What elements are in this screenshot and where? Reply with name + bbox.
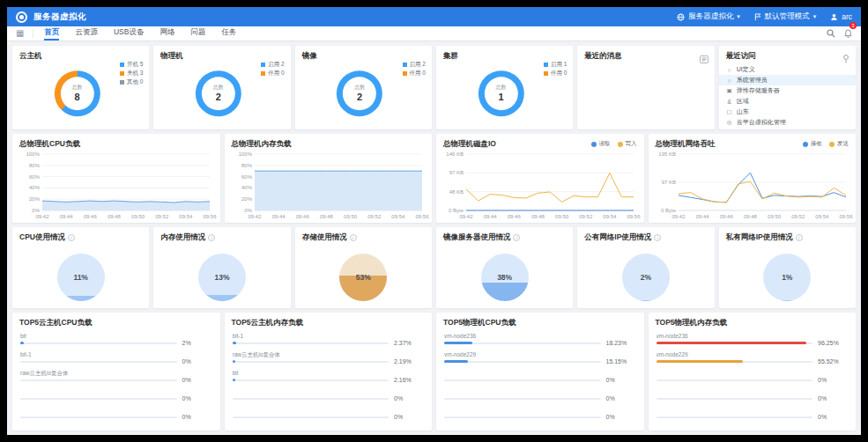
notifications[interactable]: 3: [844, 26, 852, 41]
total-value: 1: [498, 92, 503, 102]
gauge-title: 镜像服务器使用情况: [443, 232, 511, 243]
info-icon[interactable]: i: [654, 234, 661, 241]
chevron-down-icon: ▾: [813, 13, 817, 20]
app-title: 服务器虚拟化: [33, 11, 86, 23]
top5-item-bar: 55.52%: [657, 358, 849, 365]
series-legend-label: 接收: [811, 140, 822, 148]
chart-memory-load: 总物理机内存负载 0%20%40%60%80%100%09:4209:4409:…: [225, 134, 433, 223]
total-value: 2: [357, 92, 362, 102]
env-switcher[interactable]: 服务器虚拟化 ▾: [677, 11, 740, 22]
top5-item-bar: 0%: [657, 414, 849, 420]
recent-item[interactable]: ▣弹性存储服务器: [719, 85, 856, 96]
top5-item-name: vm-node236: [657, 332, 849, 340]
legend-label: 其他 0: [127, 78, 143, 86]
series-legend-label: 发送: [837, 140, 849, 148]
panel-title: 最近访问: [719, 46, 856, 62]
liquid-gauge: 11%: [57, 254, 105, 301]
top5-item-value: 0%: [394, 414, 424, 420]
header-brand: 服务器虚拟化: [16, 11, 86, 23]
total-value: 2: [216, 92, 221, 102]
svg-text:09:42: 09:42: [459, 214, 473, 219]
series-legend-item[interactable]: 读取: [591, 140, 611, 148]
gauge-percent: 13%: [214, 273, 229, 282]
card-title: 云主机: [12, 46, 149, 62]
top5-item-name: bit-1: [233, 332, 425, 340]
recent-item[interactable]: &区域: [719, 96, 856, 107]
info-icon[interactable]: i: [350, 234, 357, 241]
nav-tab-2[interactable]: 云资源: [75, 26, 98, 41]
svg-text:09:46: 09:46: [295, 214, 309, 219]
main-nav: ▦ 首页云资源USB设备网络问题任务 3: [7, 26, 861, 41]
chart-legend: 接收发送: [803, 140, 849, 148]
donut-legend: 开机 5关机 3其他 0: [120, 61, 143, 86]
top5-rows: vm-node23618.23%vm-node22915.15%0%0%0%: [436, 328, 644, 424]
info-icon[interactable]: i: [68, 234, 75, 241]
info-icon[interactable]: i: [513, 234, 520, 241]
dashboard: 云主机 开机 5关机 3其他 0 总数 8 物理机 启用 2停用 0 总数: [7, 41, 861, 435]
top5-item-name: bit: [20, 332, 212, 340]
nav-tab-1[interactable]: 首页: [44, 26, 59, 41]
app-window: 服务器虚拟化 服务器虚拟化 ▾ 默认管理模式 ▾ arc: [7, 7, 861, 435]
pin-icon[interactable]: [842, 51, 849, 67]
top5-item-bar: 0%: [657, 377, 849, 383]
svg-text:09:54: 09:54: [603, 214, 617, 219]
chart-legend: 读取写入: [591, 140, 637, 148]
top5-item-name: [20, 406, 212, 414]
top5-item: bit-10%: [20, 350, 212, 368]
svg-text:09:46: 09:46: [508, 214, 522, 219]
top5-item-bar: 0%: [444, 395, 636, 401]
legend-dot: [591, 142, 597, 147]
info-icon[interactable]: i: [208, 234, 215, 241]
card-images: 镜像 启用 2停用 0 总数 2: [295, 46, 432, 129]
series-legend-item[interactable]: 写入: [618, 140, 637, 148]
top5-title: TOP5物理机内存负载: [649, 313, 857, 328]
donut-center: 总数 1: [484, 77, 517, 110]
svg-text:09:46: 09:46: [84, 214, 98, 219]
total-label: 总数: [213, 84, 224, 92]
top5-item: 0%: [233, 405, 425, 424]
card-physical-hosts: 物理机 启用 2停用 0 总数 2: [153, 46, 290, 129]
total-value: 8: [74, 92, 79, 102]
gauge-title: 私有网络IP使用情况: [726, 232, 793, 243]
recent-messages-panel: 最近的消息: [577, 46, 714, 129]
search-icon[interactable]: [827, 29, 835, 38]
top5-item-name: [20, 387, 212, 395]
bar-fill: [444, 360, 468, 363]
message-list-icon[interactable]: [700, 51, 708, 67]
nav-tab-6[interactable]: 任务: [221, 26, 236, 41]
top5-item-value: 2%: [182, 340, 212, 346]
nav-tab-4[interactable]: 网络: [160, 26, 174, 41]
bar-track: [233, 379, 389, 381]
top5-item-name: [444, 406, 636, 414]
liquid-gauge: 53%: [339, 254, 387, 301]
chart-svg: 0%20%40%60%80%100%09:4209:4409:4609:4809…: [230, 151, 427, 220]
nav-tab-3[interactable]: USB设备: [114, 26, 144, 41]
legend-swatch: [544, 63, 548, 67]
top5-item-bar: 96.25%: [657, 340, 849, 346]
recent-item[interactable]: ◎云平台虚拟化管理: [719, 117, 856, 128]
bar-track: [657, 361, 813, 363]
series-legend-item[interactable]: 接收: [803, 140, 822, 148]
recent-item[interactable]: ○UI定义: [719, 64, 856, 75]
recent-item-label: 系统管理员: [737, 76, 768, 85]
bar-track: [444, 416, 601, 418]
view-switcher[interactable]: 默认管理模式 ▾: [754, 11, 817, 22]
series-legend-item[interactable]: 发送: [829, 140, 849, 148]
legend-label: 启用 2: [268, 61, 284, 69]
recent-item-label: 山东: [737, 107, 749, 116]
user-menu[interactable]: arc: [830, 12, 852, 21]
apps-grid-icon[interactable]: ▦: [16, 29, 33, 38]
gauge-image-server-usage: 镜像服务器使用情况i 38%: [436, 227, 573, 308]
info-icon[interactable]: i: [796, 234, 803, 241]
legend-item: 启用 1: [544, 61, 567, 69]
top5-item-bar: 2.37%: [233, 340, 425, 346]
recent-item[interactable]: ○系统管理员: [719, 75, 856, 85]
top5-item-value: 0%: [606, 395, 636, 401]
chart-plot-area: 0%20%40%60%80%100%09:4209:4409:4609:4809…: [18, 151, 215, 220]
donut-chart: 总数 2: [337, 70, 382, 116]
recent-item[interactable]: ▢山东: [719, 107, 856, 117]
bar-fill: [657, 342, 807, 344]
nav-tab-5[interactable]: 问题: [190, 26, 205, 41]
top5-item-bar: 18.23%: [444, 340, 636, 346]
top5-item-name: bit: [233, 369, 425, 377]
